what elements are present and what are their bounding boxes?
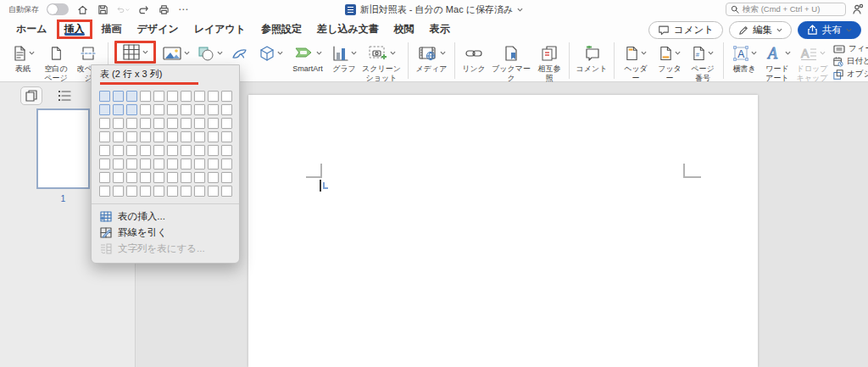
save-icon[interactable]: [97, 3, 109, 16]
undo-icon[interactable]: [117, 3, 130, 16]
comments-button[interactable]: コメント: [648, 21, 723, 39]
grid-cell[interactable]: [126, 118, 137, 129]
grid-cell[interactable]: [126, 104, 137, 115]
shapes-button[interactable]: [193, 41, 225, 65]
grid-cell[interactable]: [126, 186, 137, 197]
link-button[interactable]: リンク: [459, 41, 488, 75]
media-button[interactable]: メディア: [413, 41, 450, 75]
grid-cell[interactable]: [99, 104, 110, 115]
grid-cell[interactable]: [113, 186, 124, 197]
date-time-button[interactable]: 日付と時刻: [833, 56, 868, 67]
grid-cell[interactable]: [221, 186, 232, 197]
grid-cell[interactable]: [167, 91, 178, 102]
home-icon[interactable]: [76, 3, 89, 16]
smartart-button[interactable]: SmartArt: [287, 41, 329, 75]
picture-button[interactable]: [158, 41, 193, 65]
grid-cell[interactable]: [181, 131, 192, 142]
grid-cell[interactable]: [221, 158, 232, 170]
tab-ホーム[interactable]: ホーム: [8, 19, 55, 39]
grid-cell[interactable]: [208, 186, 219, 197]
grid-cell[interactable]: [194, 172, 205, 183]
header-button[interactable]: ヘッダー: [619, 41, 653, 83]
object-button[interactable]: オブジェクト: [833, 69, 868, 80]
grid-cell[interactable]: [99, 118, 110, 129]
grid-cell[interactable]: [153, 186, 164, 197]
grid-cell[interactable]: [153, 131, 164, 142]
grid-cell[interactable]: [208, 158, 219, 170]
grid-cell[interactable]: [181, 118, 192, 129]
grid-cell[interactable]: [99, 91, 110, 102]
new-comment-button[interactable]: コメント: [574, 41, 609, 75]
text-direction-button[interactable]: A 横書き: [728, 41, 760, 75]
grid-cell[interactable]: [194, 145, 205, 156]
grid-cell[interactable]: [99, 172, 110, 183]
cover-page-button[interactable]: 表紙: [7, 41, 39, 75]
contacts-icon[interactable]: [852, 3, 864, 15]
grid-cell[interactable]: [221, 104, 232, 115]
tab-表示[interactable]: 表示: [422, 19, 458, 39]
bookmark-button[interactable]: ブックマーク: [488, 41, 534, 83]
title-chevron-icon[interactable]: [517, 8, 523, 12]
wordart-button[interactable]: A ワードアート: [760, 41, 794, 83]
grid-cell[interactable]: [153, 104, 164, 115]
search-input[interactable]: 検索 (Cmd + Ctrl + U): [726, 3, 846, 16]
grid-cell[interactable]: [113, 91, 124, 102]
grid-cell[interactable]: [194, 158, 205, 170]
icons-button[interactable]: [225, 41, 254, 65]
grid-cell[interactable]: [113, 118, 124, 129]
edit-mode-button[interactable]: 編集: [729, 21, 792, 39]
document-page[interactable]: [248, 95, 758, 367]
grid-cell[interactable]: [167, 172, 178, 183]
grid-cell[interactable]: [221, 172, 232, 183]
grid-cell[interactable]: [221, 145, 232, 156]
grid-cell[interactable]: [167, 118, 178, 129]
grid-cell[interactable]: [113, 145, 124, 156]
tab-校閲[interactable]: 校閲: [387, 19, 422, 39]
share-button[interactable]: 共有: [798, 21, 861, 39]
autosave-toggle[interactable]: [47, 3, 69, 15]
grid-cell[interactable]: [181, 172, 192, 183]
grid-cell[interactable]: [140, 91, 151, 102]
grid-cell[interactable]: [208, 104, 219, 115]
grid-cell[interactable]: [140, 118, 151, 129]
grid-cell[interactable]: [194, 118, 205, 129]
grid-cell[interactable]: [99, 158, 110, 170]
thumbnail-view-icon[interactable]: [20, 86, 42, 105]
grid-cell[interactable]: [167, 158, 178, 170]
grid-cell[interactable]: [194, 131, 205, 142]
grid-cell[interactable]: [221, 118, 232, 129]
grid-cell[interactable]: [153, 145, 164, 156]
grid-cell[interactable]: [181, 104, 192, 115]
drop-cap-button[interactable]: A ドロップキャップ: [794, 41, 830, 83]
grid-cell[interactable]: [208, 131, 219, 142]
tab-描画[interactable]: 描画: [94, 19, 130, 39]
menu-item-convert-text-to-table[interactable]: 文字列を表にする...: [92, 241, 239, 257]
outline-view-icon[interactable]: [53, 86, 75, 105]
grid-cell[interactable]: [113, 104, 124, 115]
grid-cell[interactable]: [167, 145, 178, 156]
grid-cell[interactable]: [140, 158, 151, 170]
grid-cell[interactable]: [194, 91, 205, 102]
tab-差し込み文書[interactable]: 差し込み文書: [309, 19, 387, 39]
grid-cell[interactable]: [181, 186, 192, 197]
redo-icon[interactable]: [137, 3, 150, 16]
grid-cell[interactable]: [153, 172, 164, 183]
menu-item-draw-table[interactable]: 罫線を引く: [92, 225, 239, 241]
grid-cell[interactable]: [126, 91, 137, 102]
grid-cell[interactable]: [181, 91, 192, 102]
grid-cell[interactable]: [99, 145, 110, 156]
grid-cell[interactable]: [113, 172, 124, 183]
grid-cell[interactable]: [126, 131, 137, 142]
more-icon[interactable]: ⋯: [178, 3, 189, 15]
blank-page-button[interactable]: 空白のページ: [39, 41, 73, 83]
grid-cell[interactable]: [153, 91, 164, 102]
grid-cell[interactable]: [126, 145, 137, 156]
grid-cell[interactable]: [181, 145, 192, 156]
grid-cell[interactable]: [221, 91, 232, 102]
grid-cell[interactable]: [153, 118, 164, 129]
page-number-button[interactable]: # ページ番号: [687, 41, 719, 83]
tab-参照設定[interactable]: 参照設定: [253, 19, 309, 39]
grid-cell[interactable]: [140, 145, 151, 156]
menu-item-insert-table[interactable]: 表の挿入...: [92, 209, 239, 225]
table-button[interactable]: [113, 41, 158, 64]
